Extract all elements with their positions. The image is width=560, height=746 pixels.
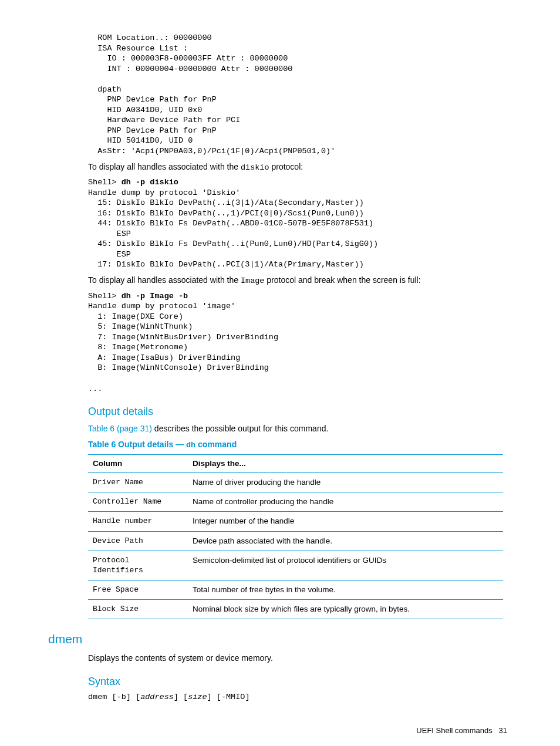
opt-size: size <box>188 693 207 701</box>
cmd: dmem <box>88 693 107 701</box>
shell-prompt: Shell> <box>88 178 122 187</box>
heading-dmem: dmem <box>48 631 507 647</box>
code-output: Handle dump by protocol 'image' 1: Image… <box>88 302 278 393</box>
th-displays: Displays the... <box>188 454 503 472</box>
table-row: Controller NameName of controller produc… <box>88 492 503 512</box>
cell-description: Integer number of the handle <box>188 512 503 531</box>
table-row: Handle numberInteger number of the handl… <box>88 512 503 531</box>
text: [ <box>107 693 116 701</box>
cell-description: Device path associated with the handle. <box>188 531 503 551</box>
text: ] <box>245 693 249 701</box>
para-image: To display all handles associated with t… <box>88 275 507 286</box>
table-caption: Table 6 Output details — dh command <box>88 439 507 451</box>
opt-address: address <box>140 693 174 701</box>
opt-mmio: -MMIO <box>221 693 245 701</box>
syntax-line: dmem [-b] [address] [size] [-MMIO] <box>88 692 507 703</box>
cell-column: Free Space <box>88 580 188 599</box>
text: protocol and break when the screen is fu… <box>264 275 420 285</box>
code-output: Handle dump by protocol 'Diskio' 15: Dis… <box>88 188 378 269</box>
table-row: Block SizeNominal block size by which fi… <box>88 600 503 619</box>
cell-description: Total number of free bytes in the volume… <box>188 580 503 599</box>
heading-output-details: Output details <box>88 404 507 418</box>
text: describes the possible output for this c… <box>152 424 328 433</box>
dmem-description: Displays the contents of system or devic… <box>88 653 507 664</box>
code-block-image: Shell> dh -p Image -b Handle dump by pro… <box>88 291 507 394</box>
heading-syntax: Syntax <box>88 674 507 688</box>
text: command <box>195 440 237 449</box>
cell-description: Name of controller producing the handle <box>188 492 503 512</box>
text: Table 6 Output details — <box>88 440 186 449</box>
code-block-diskio: Shell> dh -p diskio Handle dump by proto… <box>88 177 507 270</box>
text: To display all handles associated with t… <box>88 162 241 171</box>
opt-b: -b <box>117 693 126 701</box>
cell-column: Handle number <box>88 512 188 531</box>
shell-command: dh -p diskio <box>122 178 178 187</box>
shell-command: dh -p Image -b <box>122 292 188 301</box>
th-column: Column <box>88 454 188 472</box>
cell-column: Driver Name <box>88 473 188 492</box>
output-details-table: Column Displays the... Driver NameName o… <box>88 454 503 620</box>
para-output: Table 6 (page 31) describes the possible… <box>88 423 507 434</box>
cell-column: Device Path <box>88 531 188 551</box>
inline-code: diskio <box>241 163 269 172</box>
text: ] [ <box>207 693 221 701</box>
text: ] [ <box>174 693 188 701</box>
cell-description: Name of driver producing the handle <box>188 473 503 492</box>
table-header-row: Column Displays the... <box>88 454 503 472</box>
cell-description: Nominal block size by which files are ty… <box>188 600 503 619</box>
inline-code: Image <box>241 276 265 285</box>
shell-prompt: Shell> <box>88 292 122 301</box>
table-row: Driver NameName of driver producing the … <box>88 473 503 492</box>
text: ] [ <box>126 693 140 701</box>
footer-section: UEFI Shell commands <box>416 726 492 735</box>
cell-description: Semicolon-delimited list of protocol ide… <box>188 551 503 580</box>
footer-page-number: 31 <box>499 726 507 735</box>
cell-column: Controller Name <box>88 492 188 512</box>
inline-code: dh <box>186 441 195 450</box>
table-row: Protocol IdentifiersSemicolon-delimited … <box>88 551 503 580</box>
table-row: Device PathDevice path associated with t… <box>88 531 503 551</box>
table-row: Free SpaceTotal number of free bytes in … <box>88 580 503 599</box>
text: To display all handles associated with t… <box>88 275 241 285</box>
table-cross-ref-link[interactable]: Table 6 (page 31) <box>88 424 152 433</box>
para-diskio: To display all handles associated with t… <box>88 161 507 173</box>
cell-column: Block Size <box>88 600 188 619</box>
code-block-rom: ROM Location..: 00000000 ISA Resource Li… <box>88 33 507 157</box>
text: protocol: <box>269 162 303 171</box>
cell-column: Protocol Identifiers <box>88 551 188 580</box>
page-footer: UEFI Shell commands 31 <box>53 725 507 736</box>
